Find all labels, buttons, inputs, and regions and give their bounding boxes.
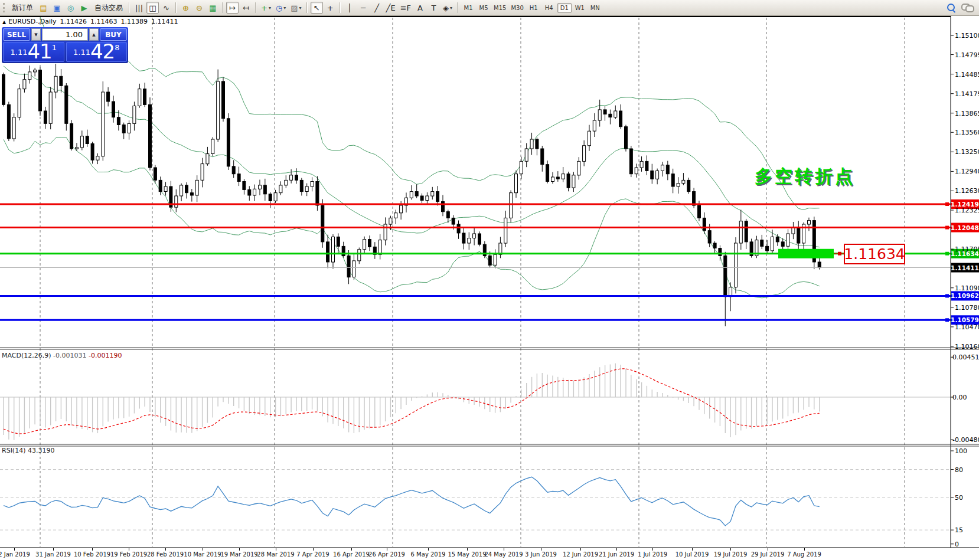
candle-body[interactable] bbox=[781, 242, 784, 247]
trendline-icon[interactable]: ╱ bbox=[371, 2, 383, 14]
candle-body[interactable] bbox=[510, 193, 513, 218]
line-chart-icon[interactable]: ∿ bbox=[160, 2, 172, 14]
candle-body[interactable] bbox=[332, 237, 335, 262]
time-axis[interactable]: 2 Jan 201931 Jan 201910 Feb 201919 Feb 2… bbox=[0, 548, 979, 560]
candle-body[interactable] bbox=[347, 256, 350, 277]
chart-canvas[interactable]: 1.124191.120481.116341.114111.109621.105… bbox=[0, 16, 979, 548]
add-indicator-icon[interactable]: +▾ bbox=[259, 2, 273, 14]
periods-icon[interactable]: ◷▾ bbox=[274, 2, 288, 14]
candle-body[interactable] bbox=[651, 171, 654, 179]
timeframe-mn[interactable]: MN bbox=[588, 3, 602, 13]
channel-icon[interactable]: ╱E bbox=[384, 2, 397, 14]
candle-body[interactable] bbox=[525, 149, 528, 161]
candle-body[interactable] bbox=[122, 125, 125, 133]
candle-body[interactable] bbox=[698, 205, 701, 218]
candle-body[interactable] bbox=[739, 221, 742, 243]
auto-scroll-icon[interactable]: ↦ bbox=[226, 2, 239, 14]
timeframe-d1[interactable]: D1 bbox=[557, 3, 572, 13]
hline-marker[interactable] bbox=[945, 226, 949, 230]
candle-body[interactable] bbox=[797, 227, 800, 243]
candle-body[interactable] bbox=[7, 104, 10, 139]
candle-body[interactable] bbox=[394, 213, 397, 218]
timeframe-m30[interactable]: M30 bbox=[509, 3, 525, 13]
candle-body[interactable] bbox=[237, 174, 240, 182]
charts-icon[interactable]: ▤ bbox=[37, 2, 50, 14]
candle-body[interactable] bbox=[86, 136, 89, 144]
candle-body[interactable] bbox=[666, 165, 669, 174]
hline-marker[interactable] bbox=[945, 252, 949, 256]
candle-body[interactable] bbox=[321, 205, 324, 242]
candle-body[interactable] bbox=[154, 168, 156, 180]
timeframe-h4[interactable]: H4 bbox=[542, 3, 556, 13]
candle-body[interactable] bbox=[426, 196, 429, 201]
volume-decrease-button[interactable]: ▼ bbox=[31, 28, 41, 41]
candle-body[interactable] bbox=[175, 196, 178, 207]
chevron-down-icon[interactable]: ▾ bbox=[299, 5, 302, 11]
candle-body[interactable] bbox=[112, 101, 115, 117]
candle-body[interactable] bbox=[713, 243, 716, 248]
candle-body[interactable] bbox=[96, 156, 99, 160]
candle-body[interactable] bbox=[384, 224, 387, 240]
candle-body[interactable] bbox=[18, 89, 21, 117]
candle-body[interactable] bbox=[211, 139, 214, 154]
chevron-down-icon[interactable]: ▾ bbox=[269, 5, 271, 11]
timeframe-w1[interactable]: W1 bbox=[573, 3, 587, 13]
candle-body[interactable] bbox=[389, 218, 392, 224]
toolbar-drag-handle[interactable] bbox=[3, 3, 6, 12]
candle-body[interactable] bbox=[640, 161, 643, 168]
candle-body[interactable] bbox=[60, 76, 63, 86]
turning-point-annotation[interactable]: 多空转折点 bbox=[755, 165, 855, 189]
buy-button[interactable]: BUY bbox=[100, 28, 127, 41]
volume-input[interactable]: 1.00 bbox=[42, 28, 88, 41]
auto-trading-icon[interactable]: ▶ bbox=[78, 2, 90, 14]
candle-body[interactable] bbox=[504, 218, 507, 243]
chevron-down-icon[interactable]: ▾ bbox=[283, 5, 286, 11]
candle-body[interactable] bbox=[431, 192, 434, 197]
candle-body[interactable] bbox=[488, 256, 491, 265]
candle-body[interactable] bbox=[49, 92, 52, 123]
candle-body[interactable] bbox=[562, 174, 564, 179]
candle-body[interactable] bbox=[164, 186, 167, 192]
market-watch-icon[interactable]: ◎ bbox=[64, 2, 77, 14]
label-icon[interactable]: T bbox=[428, 2, 440, 14]
cursor-icon[interactable]: ↖ bbox=[311, 2, 323, 14]
candle-body[interactable] bbox=[23, 80, 26, 89]
candle-body[interactable] bbox=[65, 86, 68, 123]
candle-body[interactable] bbox=[766, 246, 769, 251]
candle-body[interactable] bbox=[305, 186, 308, 192]
candle-body[interactable] bbox=[603, 110, 606, 114]
candle-body[interactable] bbox=[745, 221, 748, 242]
candle-body[interactable] bbox=[536, 139, 539, 149]
candle-body[interactable] bbox=[28, 72, 31, 80]
candle-body[interactable] bbox=[44, 111, 47, 123]
hline-marker[interactable] bbox=[945, 318, 949, 322]
candle-body[interactable] bbox=[776, 237, 779, 242]
candle-body[interactable] bbox=[300, 180, 303, 191]
candlestick-chart-icon[interactable]: ◫ bbox=[146, 2, 159, 14]
buy-price[interactable]: 1.11428 bbox=[66, 42, 128, 62]
candle-body[interactable] bbox=[457, 224, 460, 233]
candle-body[interactable] bbox=[91, 144, 94, 161]
candle-body[interactable] bbox=[556, 177, 559, 179]
candle-body[interactable] bbox=[808, 221, 811, 224]
candle-body[interactable] bbox=[661, 165, 664, 171]
volume-increase-button[interactable]: ▲ bbox=[89, 28, 99, 41]
candle-body[interactable] bbox=[295, 175, 298, 181]
candle-body[interactable] bbox=[614, 111, 617, 117]
candle-body[interactable] bbox=[180, 185, 183, 196]
zoom-out-icon[interactable]: ⊖ bbox=[193, 2, 205, 14]
crosshair-icon[interactable]: + bbox=[324, 2, 337, 14]
candle-body[interactable] bbox=[468, 238, 471, 244]
candle-body[interactable] bbox=[102, 92, 105, 156]
candle-body[interactable] bbox=[478, 234, 481, 244]
candle-body[interactable] bbox=[2, 74, 5, 104]
collapse-panel-icon[interactable]: ▲ bbox=[2, 19, 6, 25]
horizontal-line-icon[interactable]: ─ bbox=[357, 2, 370, 14]
candle-body[interactable] bbox=[682, 180, 685, 183]
callout-anchor[interactable] bbox=[838, 252, 841, 256]
candle-body[interactable] bbox=[761, 240, 763, 247]
candle-body[interactable] bbox=[546, 165, 549, 182]
candle-body[interactable] bbox=[76, 148, 79, 149]
candle-body[interactable] bbox=[327, 242, 329, 262]
timeframe-m1[interactable]: M1 bbox=[461, 3, 475, 13]
